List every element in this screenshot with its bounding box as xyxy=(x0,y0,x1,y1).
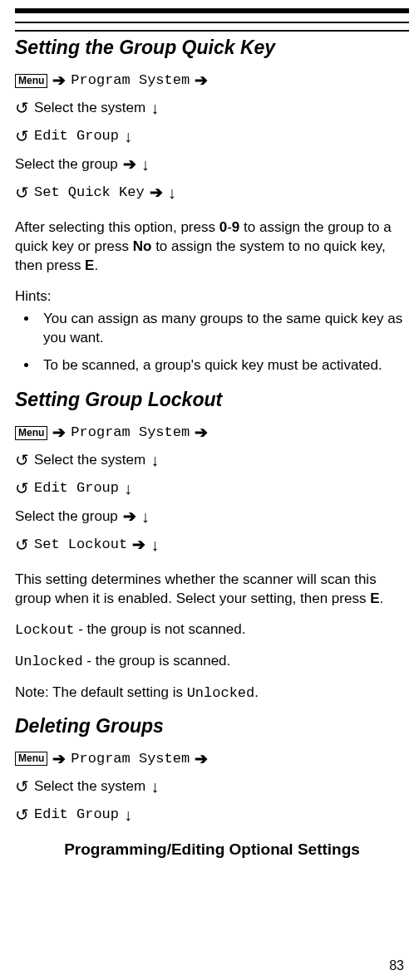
step-program-system: Program System xyxy=(71,69,190,93)
arrow-down-icon: ↓ xyxy=(141,502,150,531)
rotate-icon: ↺ xyxy=(15,801,29,829)
menu-key-icon: Menu xyxy=(15,426,47,440)
heading-set-lockout: Setting Group Lockout xyxy=(15,389,409,411)
para-lockout-option: Lockout - the group is not scanned. xyxy=(15,620,409,640)
para-quick-key-instruction: After selecting this option, press 0-9 t… xyxy=(15,218,409,276)
step-program-system: Program System xyxy=(71,421,190,445)
step-edit-group: Edit Group xyxy=(34,803,119,827)
rotate-icon: ↺ xyxy=(15,474,29,502)
step-select-system: Select the system xyxy=(34,448,145,473)
step-select-system: Select the system xyxy=(34,775,145,799)
heading-set-quick-key: Setting the Group Quick Key xyxy=(15,30,409,59)
step-program-system: Program System xyxy=(71,747,190,772)
rotate-icon: ↺ xyxy=(15,531,29,559)
rotate-icon: ↺ xyxy=(15,179,29,207)
rotate-icon: ↺ xyxy=(15,122,29,150)
hints-list: You can assign as many groups to the sam… xyxy=(15,310,409,375)
rotate-icon: ↺ xyxy=(15,446,29,474)
step-select-system: Select the system xyxy=(34,96,145,120)
arrow-right-icon: ➔ xyxy=(195,746,208,772)
nav-sequence-deleting: Menu ➔ Program System ➔ ↺ Select the sys… xyxy=(15,746,409,829)
para-default-note: Note: The default setting is Unlocked. xyxy=(15,684,409,703)
top-rule-thick xyxy=(15,8,409,13)
nav-sequence-lockout: Menu ➔ Program System ➔ ↺ Select the sys… xyxy=(15,419,409,559)
arrow-right-icon: ➔ xyxy=(132,532,145,558)
footer-chapter-title: Programming/Editing Optional Settings xyxy=(15,840,409,859)
arrow-down-icon: ↓ xyxy=(124,801,132,829)
arrow-right-icon: ➔ xyxy=(52,419,66,446)
step-set-quick-key: Set Quick Key xyxy=(34,181,145,205)
hints-label: Hints: xyxy=(15,287,409,306)
arrow-down-icon: ↓ xyxy=(124,474,132,502)
top-rule-thin xyxy=(15,22,409,23)
arrow-down-icon: ↓ xyxy=(141,150,150,179)
arrow-down-icon: ↓ xyxy=(150,446,159,474)
heading-deleting-groups: Deleting Groups xyxy=(15,715,409,737)
page-number: 83 xyxy=(389,958,404,973)
hint-item: To be scanned, a group's quick key must … xyxy=(38,356,409,375)
hint-item: You can assign as many groups to the sam… xyxy=(38,310,409,348)
arrow-right-icon: ➔ xyxy=(123,503,136,530)
arrow-right-icon: ➔ xyxy=(123,151,136,178)
arrow-down-icon: ↓ xyxy=(168,179,176,207)
step-edit-group: Edit Group xyxy=(34,125,119,149)
arrow-right-icon: ➔ xyxy=(150,179,163,206)
step-set-lockout: Set Lockout xyxy=(34,533,127,557)
rotate-icon: ↺ xyxy=(15,94,29,122)
step-edit-group: Edit Group xyxy=(34,477,119,501)
para-lockout-description: This setting determines whether the scan… xyxy=(15,571,409,609)
arrow-down-icon: ↓ xyxy=(124,122,132,150)
arrow-down-icon: ↓ xyxy=(150,772,159,801)
nav-sequence-quick-key: Menu ➔ Program System ➔ ↺ Select the sys… xyxy=(15,67,409,207)
arrow-right-icon: ➔ xyxy=(52,746,66,772)
arrow-right-icon: ➔ xyxy=(195,67,208,94)
arrow-down-icon: ↓ xyxy=(150,531,159,559)
arrow-right-icon: ➔ xyxy=(195,419,208,446)
para-unlocked-option: Unlocked - the group is scanned. xyxy=(15,652,409,672)
menu-key-icon: Menu xyxy=(15,752,47,766)
arrow-right-icon: ➔ xyxy=(52,67,66,94)
rotate-icon: ↺ xyxy=(15,772,29,801)
menu-key-icon: Menu xyxy=(15,74,47,88)
document-page: Setting the Group Quick Key Menu ➔ Progr… xyxy=(0,0,419,980)
step-select-group: Select the group xyxy=(15,505,118,529)
arrow-down-icon: ↓ xyxy=(150,94,159,122)
step-select-group: Select the group xyxy=(15,153,118,177)
